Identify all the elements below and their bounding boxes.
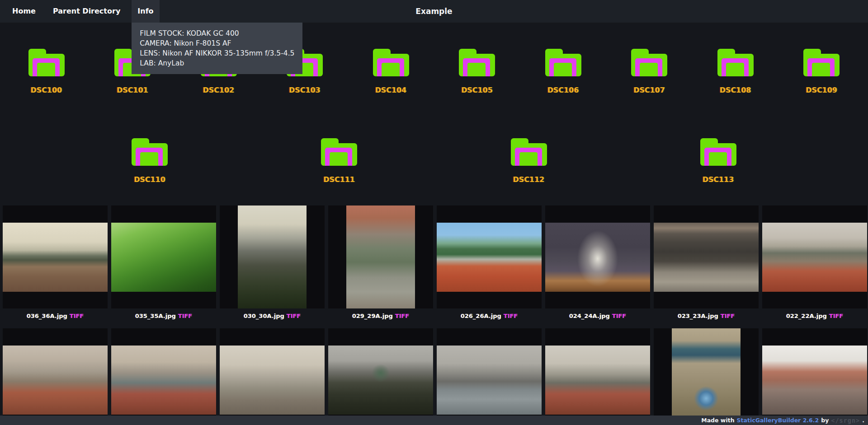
folder-item[interactable]: DSC107 [609, 49, 689, 94]
thumbnail-cell[interactable] [654, 328, 759, 425]
footer-builder-link[interactable]: StaticGalleryBuilder 2.6.2 [737, 417, 819, 424]
folder-item[interactable]: DSC106 [524, 49, 603, 94]
photo-thumbnail[interactable] [762, 223, 867, 292]
thumbnail-cell[interactable] [437, 328, 542, 425]
folder-label: DSC102 [203, 86, 235, 94]
folder-item[interactable]: DSC113 [679, 138, 758, 184]
image-tile[interactable]: 026_26A.jpgTIFF [437, 205, 542, 320]
photo-thumbnail[interactable] [238, 205, 307, 308]
thumbnail-cell[interactable] [328, 328, 433, 425]
thumbnail-cell[interactable] [545, 328, 650, 425]
folder-label: DSC105 [461, 86, 493, 94]
folder-item[interactable]: DSC109 [782, 49, 861, 94]
page-title: Example [415, 0, 452, 23]
folder-icon [373, 49, 409, 76]
folder-label: DSC103 [289, 86, 321, 94]
tooltip-line-lens: LENS: Nikon AF NIKKOR 35-135mm f/3.5-4.5 [140, 48, 294, 58]
folder-icon-slot-inner [330, 152, 348, 166]
image-tile[interactable] [220, 328, 325, 425]
image-tile[interactable] [328, 328, 433, 425]
folder-item[interactable]: DSC104 [351, 49, 431, 94]
folder-icon-slot-inner [640, 63, 658, 76]
folder-icon-slot-inner [467, 63, 486, 76]
filename-text: 022_22A.jpg [786, 313, 827, 319]
format-badge: TIFF [395, 313, 409, 319]
image-tile[interactable] [654, 328, 759, 425]
image-caption: 026_26A.jpgTIFF [437, 313, 542, 320]
folder-icon [511, 138, 547, 166]
folder-item[interactable]: DSC105 [437, 49, 517, 94]
thumbnail-cell[interactable] [654, 205, 759, 308]
folder-icon-slot-inner [140, 152, 158, 166]
photo-thumbnail[interactable] [762, 346, 867, 415]
image-tile[interactable]: 023_23A.jpgTIFF [654, 205, 759, 320]
folder-icon [132, 138, 168, 166]
thumbnail-cell[interactable] [111, 205, 216, 308]
footer-bar: Made with StaticGalleryBuilder 2.6.2 by … [0, 416, 868, 425]
folder-label: DSC106 [547, 86, 579, 94]
format-badge: TIFF [287, 313, 301, 319]
filename-text: 036_36A.jpg [27, 313, 67, 319]
folder-icon [28, 49, 65, 76]
info-tooltip: FILM STOCK: KODAK GC 400 CAMERA: Nikon F… [132, 23, 302, 74]
photo-thumbnail[interactable] [220, 346, 325, 415]
nav-item-info[interactable]: Info FILM STOCK: KODAK GC 400 CAMERA: Ni… [132, 0, 159, 23]
photo-thumbnail[interactable] [437, 223, 542, 292]
photo-thumbnail[interactable] [672, 328, 741, 425]
format-badge: TIFF [721, 313, 735, 319]
footer-dot: . [862, 417, 864, 424]
thumbnail-cell[interactable] [3, 205, 108, 308]
image-tile[interactable]: 022_22A.jpgTIFF [762, 205, 867, 320]
image-tile[interactable]: 030_30A.jpgTIFF [220, 205, 325, 320]
image-tile[interactable] [762, 328, 867, 425]
folder-label: DSC100 [31, 86, 62, 94]
image-tile[interactable] [437, 328, 542, 425]
thumbnail-cell[interactable] [328, 205, 433, 308]
image-caption: 023_23A.jpgTIFF [654, 313, 759, 320]
thumbnail-cell[interactable] [762, 328, 867, 425]
photo-thumbnail[interactable] [437, 346, 542, 415]
nav-item-home[interactable]: Home [6, 0, 42, 23]
photo-thumbnail[interactable] [328, 346, 433, 415]
thumbnail-cell[interactable] [220, 205, 325, 308]
photo-thumbnail[interactable] [545, 346, 650, 415]
folder-item[interactable]: DSC110 [110, 138, 189, 184]
photo-thumbnail[interactable] [111, 346, 216, 415]
format-badge: TIFF [178, 313, 192, 319]
photo-thumbnail[interactable] [654, 223, 759, 292]
folder-icon [321, 138, 357, 166]
thumbnail-cell[interactable] [111, 328, 216, 425]
thumbnail-cell[interactable] [545, 205, 650, 308]
photo-thumbnail[interactable] [3, 223, 108, 292]
thumbnail-cell[interactable] [437, 205, 542, 308]
folder-icon [700, 138, 736, 166]
nav-item-info-label: Info [137, 7, 153, 15]
image-tile[interactable] [545, 328, 650, 425]
photo-thumbnail[interactable] [3, 346, 108, 415]
image-tile[interactable]: 029_29A.jpgTIFF [328, 205, 433, 320]
folder-label: DSC108 [720, 86, 751, 94]
photo-thumbnail[interactable] [545, 223, 650, 292]
nav-item-parent-directory[interactable]: Parent Directory [47, 0, 126, 23]
thumbnail-cell[interactable] [3, 328, 108, 425]
footer-made-with: Made with [701, 417, 734, 424]
folder-icon-slot-inner [37, 63, 55, 76]
image-tile[interactable]: 035_35A.jpgTIFF [111, 205, 216, 320]
folder-item[interactable]: DSC112 [489, 138, 569, 184]
thumbnail-cell[interactable] [220, 328, 325, 425]
folder-label: DSC111 [324, 176, 355, 184]
folder-icon [459, 49, 495, 76]
thumbnail-cell[interactable] [762, 205, 867, 308]
image-tile[interactable]: 036_36A.jpgTIFF [3, 205, 108, 320]
image-tile[interactable] [111, 328, 216, 425]
folder-item[interactable]: DSC100 [7, 49, 86, 94]
image-caption: 022_22A.jpgTIFF [762, 313, 867, 320]
photo-thumbnail[interactable] [346, 205, 415, 308]
image-caption: 035_35A.jpgTIFF [111, 313, 216, 320]
folder-label: DSC110 [134, 176, 165, 184]
image-tile[interactable]: 024_24A.jpgTIFF [545, 205, 650, 320]
photo-thumbnail[interactable] [111, 223, 216, 292]
folder-item[interactable]: DSC111 [299, 138, 379, 184]
folder-item[interactable]: DSC108 [696, 49, 775, 94]
image-tile[interactable] [3, 328, 108, 425]
